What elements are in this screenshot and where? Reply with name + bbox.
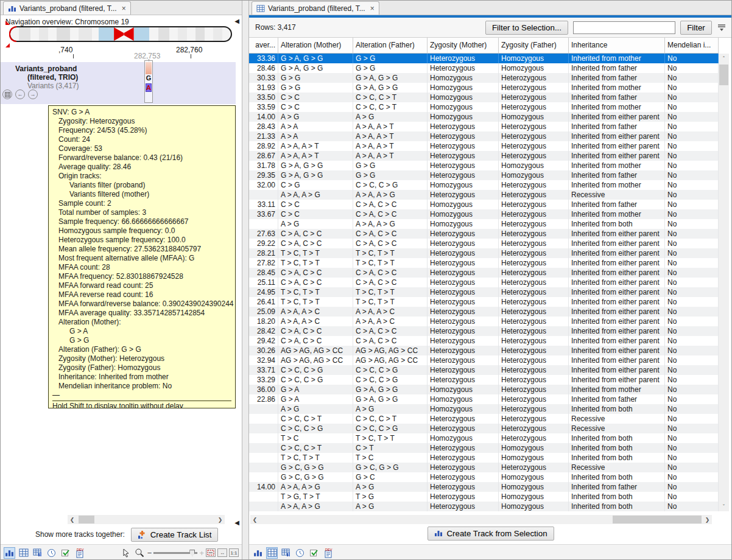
element-info-icon[interactable] xyxy=(60,547,71,559)
dev-log-icon[interactable]: DEV xyxy=(74,547,85,559)
table-row[interactable]: 31.93G > GG > A, G > GHomozygousHeterozy… xyxy=(249,83,719,93)
table-row[interactable]: 29.22C > A, C > CC > A, C > CHeterozygou… xyxy=(249,239,719,248)
scroll-down-icon[interactable]: ˇ xyxy=(719,502,729,511)
table-row[interactable]: 30.33G > GG > A, G > GHomozygousHeterozy… xyxy=(249,73,719,83)
track-view-mode-icon[interactable] xyxy=(252,547,264,559)
table-row[interactable]: 28.45C > A, C > CC > A, C > CHeterozygou… xyxy=(249,268,719,278)
zoom-slider-thumb[interactable] xyxy=(189,550,195,556)
table-row[interactable]: 33.36G > A, G > GG > GHeterozygousHomozy… xyxy=(249,54,719,63)
table-row[interactable]: T > G, T > TT > GHeterozygousHomozygousI… xyxy=(249,492,719,502)
history-icon[interactable] xyxy=(294,547,306,559)
table-row[interactable]: C > C, C > GC > C, C > GHeterozygousHete… xyxy=(249,424,719,433)
variant-track[interactable]: Variants_proband (filtered, TRIO) Varian… xyxy=(1,62,236,104)
split-table-view-icon[interactable] xyxy=(32,547,43,559)
dev-log-icon[interactable]: DEV xyxy=(322,547,334,559)
table-row[interactable]: 25.09A > A, A > CA > A, A > CHeterozygou… xyxy=(249,307,719,317)
table-row[interactable]: 33.59C > CC > C, C > THomozygousHeterozy… xyxy=(249,102,719,112)
column-header[interactable]: aver... xyxy=(249,38,278,53)
table-row[interactable]: 30.26AG > AG, AG > CCAG > AG, AG > CCHet… xyxy=(249,346,719,355)
table-view-mode-icon[interactable] xyxy=(18,547,29,559)
tab-variants-table-view[interactable]: Variants_proband (filtered, T... × xyxy=(252,1,379,15)
table-row[interactable]: 14.00A > A, A > GA > GHeterozygousHomozy… xyxy=(249,482,719,492)
table-row[interactable]: 14.00A > GA > GHomozygousHomozygousInher… xyxy=(249,112,719,122)
panel-splitter[interactable] xyxy=(242,1,249,560)
track-view-mode-icon[interactable] xyxy=(4,547,15,559)
table-row[interactable]: 33.71C > C, C > GC > C, C > GHeterozygou… xyxy=(249,365,719,375)
table-row[interactable]: 24.95T > C, T > TT > C, T > THeterozygou… xyxy=(249,287,719,297)
table-row[interactable]: T > CT > C, T > THomozygousHeterozygousI… xyxy=(249,433,719,443)
collapse-sidepanel-icon[interactable]: ◀ xyxy=(234,18,239,24)
column-header[interactable]: Inheritance xyxy=(569,38,665,53)
scrollbar-thumb[interactable] xyxy=(79,516,94,523)
zoom-tool-icon[interactable] xyxy=(134,547,146,559)
table-row[interactable]: 29.42C > A, C > CC > A, C > CHeterozygou… xyxy=(249,336,719,346)
table-row[interactable]: 28.46G > A, G > GG > GHeterozygousHomozy… xyxy=(249,63,719,73)
table-row[interactable]: 21.33A > AA > A, A > THeterozygousHetero… xyxy=(249,131,719,141)
table-row[interactable]: A > A, A > GA > GHeterozygousHomozygousI… xyxy=(249,502,719,511)
table-row[interactable]: 28.92A > A, A > TA > A, A > THeterozygou… xyxy=(249,141,719,151)
table-row[interactable]: 28.21T > C, T > TT > C, T > THeterozygou… xyxy=(249,248,719,258)
column-header[interactable]: Alteration (Father) xyxy=(353,38,428,53)
column-header[interactable]: Zygosity (Mother) xyxy=(428,38,499,53)
scroll-left-icon[interactable]: ❮ xyxy=(68,515,77,524)
zoom-in-icon[interactable]: + xyxy=(199,548,204,558)
scrollbar-thumb[interactable] xyxy=(613,516,702,523)
scroll-left-icon[interactable]: ❮ xyxy=(250,515,259,524)
scrollbar-track[interactable] xyxy=(259,515,703,524)
chromosome-ideogram[interactable] xyxy=(9,26,232,42)
column-header[interactable]: Alteration (Mother) xyxy=(278,38,353,53)
table-row[interactable]: T > C, T > TT > CHeterozygousHomozygousI… xyxy=(249,453,719,463)
table-row[interactable]: G > C, G > GG > C, G > GHeterozygousHete… xyxy=(249,463,719,472)
table-row[interactable]: 18.20A > A, A > CA > A, A > CHeterozygou… xyxy=(249,317,719,326)
filter-button[interactable]: Filter xyxy=(680,21,712,35)
table-row[interactable]: 36.00G > AG > A, G > GHomozygousHeterozy… xyxy=(249,385,719,394)
create-track-list-button[interactable]: Create Track List xyxy=(131,528,219,542)
vertical-scrollbar[interactable]: ˆ ˇ xyxy=(719,54,729,511)
table-row[interactable]: A > GA > GHomozygousHeterozygousInherite… xyxy=(249,404,719,414)
table-row[interactable]: 27.82T > C, T > TT > C, T > THeterozygou… xyxy=(249,258,719,268)
fit-width-icon[interactable]: ↔ xyxy=(217,548,227,557)
table-row[interactable]: 27.63C > A, C > CC > A, C > CHeterozygou… xyxy=(249,229,719,239)
table-row[interactable]: 29.35G > A, G > GG > GHeterozygousHomozy… xyxy=(249,170,719,180)
scroll-right-icon[interactable]: ❯ xyxy=(703,515,712,524)
table-row[interactable]: 32.94AG > AG, AG > CCAG > AG, AG > CCHet… xyxy=(249,355,719,365)
element-info-icon[interactable] xyxy=(308,547,320,559)
table-row[interactable]: C > C, C > TC > THeterozygousHomozygousI… xyxy=(249,443,719,453)
filter-to-selection-button[interactable]: Filter to Selection... xyxy=(485,21,568,35)
column-header[interactable]: Mendelian i... xyxy=(665,38,719,53)
horizontal-scrollbar[interactable]: ❮ ❯ xyxy=(68,515,225,524)
history-icon[interactable] xyxy=(46,547,57,559)
scroll-right-icon[interactable]: ❯ xyxy=(216,515,225,524)
open-table-icon[interactable] xyxy=(2,89,12,99)
filter-menu-icon[interactable] xyxy=(717,23,727,32)
table-row[interactable]: 28.67A > A, A > TA > A, A > THeterozygou… xyxy=(249,151,719,161)
variant-marker[interactable]: G A xyxy=(144,60,153,103)
filter-input[interactable] xyxy=(573,21,675,34)
zoom-slider[interactable] xyxy=(153,552,197,554)
table-row[interactable]: 33.67C > CC > A, C > CHomozygousHeterozy… xyxy=(249,209,719,219)
table-row[interactable]: 31.78G > A, G > GG > GHeterozygousHomozy… xyxy=(249,161,719,170)
table-row[interactable]: A > GA > A, A > GHomozygousHeterozygousI… xyxy=(249,219,719,229)
scrollbar-track[interactable] xyxy=(77,515,216,524)
horizontal-scrollbar[interactable]: ❮ ❯ xyxy=(250,515,712,524)
table-row[interactable]: G > C, G > GG > CHeterozygousHomozygousI… xyxy=(249,472,719,482)
table-row[interactable]: 32.00C > GC > C, C > GHomozygousHeterozy… xyxy=(249,180,719,190)
scrollbar-thumb[interactable] xyxy=(719,65,728,85)
zoom-out-icon[interactable]: − xyxy=(147,548,152,558)
pointer-tool-icon[interactable] xyxy=(121,547,132,559)
split-table-view-icon[interactable] xyxy=(280,547,292,559)
column-header[interactable]: Zygosity (Father) xyxy=(499,38,569,53)
close-icon[interactable]: × xyxy=(370,4,375,13)
table-row[interactable]: A > A, A > GA > A, A > GHeterozygousHete… xyxy=(249,190,719,200)
prev-variant-icon[interactable]: ← xyxy=(15,89,25,99)
table-row[interactable]: 33.29C > C, C > GC > C, C > GHeterozygou… xyxy=(249,375,719,385)
table-row[interactable]: C > C, C > TC > C, C > THeterozygousHete… xyxy=(249,414,719,424)
create-track-from-selection-button[interactable]: Create Track from Selection xyxy=(428,527,554,541)
table-row[interactable]: 25.11C > A, C > CC > A, C > CHeterozygou… xyxy=(249,278,719,287)
zoom-to-selection-icon[interactable] xyxy=(206,548,216,557)
table-row[interactable]: 28.43A > AA > A, A > THeterozygousHetero… xyxy=(249,122,719,131)
table-row[interactable]: 33.50C > CC > C, C > THomozygousHeterozy… xyxy=(249,93,719,102)
table-row[interactable]: 26.41T > C, T > TT > C, T > THeterozygou… xyxy=(249,297,719,307)
table-row[interactable]: 33.11C > CC > A, C > CHomozygousHeterozy… xyxy=(249,200,719,209)
close-icon[interactable]: × xyxy=(122,4,126,13)
